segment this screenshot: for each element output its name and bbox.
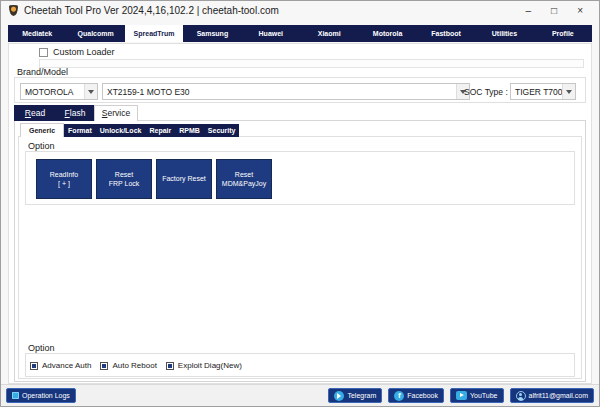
telegram-icon	[334, 391, 344, 401]
minimize-button[interactable]: –	[526, 1, 532, 20]
tab-spreadtrum[interactable]: SpreadTrum	[125, 25, 183, 42]
chevron-down-icon[interactable]	[562, 84, 575, 99]
youtube-button[interactable]: YouTube	[450, 388, 504, 403]
window-title: Cheetah Tool Pro Ver 2024,4,16,102.2 | c…	[24, 5, 279, 16]
email-label: alfrit11@gmail.com	[529, 392, 589, 399]
titlebar: Cheetah Tool Pro Ver 2024,4,16,102.2 | c…	[1, 1, 599, 20]
brand-select-value: MOTOROLA	[21, 84, 84, 99]
youtube-label: YouTube	[470, 392, 498, 399]
reset-mdm-line1: Reset	[235, 171, 253, 178]
reset-frp-lock-button[interactable]: Reset FRP Lock	[96, 159, 152, 199]
app-window: Cheetah Tool Pro Ver 2024,4,16,102.2 | c…	[0, 0, 600, 407]
factory-reset-button[interactable]: Factory Reset	[156, 159, 212, 199]
reset-frp-line2: FRP Lock	[109, 180, 140, 187]
option-group-bottom-label: Option	[26, 343, 57, 353]
brand-model-group: Brand/Model MOTOROLA XT2159-1 MOTO E30 S…	[14, 77, 586, 103]
facebook-icon: f	[394, 391, 404, 401]
tab-utilities[interactable]: Utilities	[475, 25, 533, 42]
tab-rpmb[interactable]: RPMB	[175, 124, 204, 137]
window-controls: – □ ×	[526, 1, 591, 20]
exploit-diag-label: Exploit Diag(New)	[178, 361, 242, 370]
readinfo-button-line2: [ + ]	[58, 180, 70, 187]
reset-mdm-payjoy-button[interactable]: Reset MDM&PayJoy	[216, 159, 272, 199]
tab-xiaomi[interactable]: Xiaomi	[300, 25, 358, 42]
custom-loader-checkbox[interactable]	[39, 48, 48, 57]
factory-reset-line1: Factory Reset	[162, 175, 206, 182]
custom-loader-path-input[interactable]	[39, 59, 584, 68]
service-sub-tab-bar: Generic Format Unlock/Lock Repair RPMB S…	[20, 123, 239, 137]
option-checkbox-row: Advance Auth Auto Reboot Exploit Diag(Ne…	[30, 361, 251, 370]
app-logo-icon	[9, 5, 18, 16]
tab-motorola[interactable]: Motorola	[358, 25, 416, 42]
reset-frp-line1: Reset	[115, 171, 133, 178]
readinfo-button-line1: ReadInfo	[50, 171, 78, 178]
spreadtrum-panel: Custom Loader Brand/Model MOTOROLA XT215…	[8, 43, 592, 384]
custom-loader-label: Custom Loader	[53, 47, 115, 57]
tab-security[interactable]: Security	[204, 124, 240, 137]
readinfo-button[interactable]: ReadInfo [ + ]	[36, 159, 92, 199]
advance-auth-checkbox[interactable]	[30, 362, 38, 370]
tab-samsung[interactable]: Samsung	[183, 25, 241, 42]
option-group-bottom: Option Advance Auth Auto Reboot Exploit …	[25, 353, 575, 377]
tab-qualcomm[interactable]: Qualcomm	[66, 25, 124, 42]
tab-format[interactable]: Format	[64, 124, 96, 137]
option-group-label: Option	[26, 141, 57, 151]
tab-service[interactable]: Service	[94, 105, 138, 121]
service-sub-tab-strip: Format Unlock/Lock Repair RPMB Security	[64, 124, 239, 137]
brand-select[interactable]: MOTOROLA	[20, 83, 98, 100]
maximize-button[interactable]: □	[551, 1, 557, 20]
model-select-value: XT2159-1 MOTO E30	[103, 84, 456, 99]
custom-loader-row: Custom Loader	[39, 47, 115, 57]
soc-type-label: SOC Type :	[464, 87, 508, 97]
tab-unlock-lock[interactable]: Unlock/Lock	[96, 124, 146, 137]
auto-reboot-label: Auto Reboot	[112, 361, 156, 370]
email-button[interactable]: alfrit11@gmail.com	[510, 388, 595, 403]
close-button[interactable]: ×	[577, 1, 583, 20]
youtube-icon	[456, 391, 467, 400]
reset-mdm-line2: MDM&PayJoy	[222, 180, 266, 187]
telegram-label: Telegram	[347, 392, 376, 399]
service-page: Generic Format Unlock/Lock Repair RPMB S…	[14, 120, 586, 382]
tab-generic[interactable]: Generic	[20, 123, 64, 137]
logs-icon	[12, 392, 19, 399]
mode-tab-bar: ReadFlashService	[14, 105, 138, 121]
exploit-diag-checkbox[interactable]	[166, 362, 174, 370]
advance-auth-label: Advance Auth	[42, 361, 91, 370]
auto-reboot-checkbox[interactable]	[100, 362, 108, 370]
operation-logs-button[interactable]: Operation Logs	[6, 388, 76, 403]
soc-type-select[interactable]: TIGER T700	[510, 83, 576, 100]
tab-fastboot[interactable]: Fastboot	[417, 25, 475, 42]
tab-repair[interactable]: Repair	[145, 124, 175, 137]
tab-flash[interactable]: Flash	[56, 105, 94, 121]
operation-logs-label: Operation Logs	[22, 392, 70, 399]
facebook-button[interactable]: f Facebook	[388, 388, 444, 403]
tab-read[interactable]: Read	[14, 105, 56, 121]
brand-model-group-label: Brand/Model	[15, 67, 70, 77]
generic-page: Option ReadInfo [ + ] Reset FRP Lock Fac…	[18, 136, 582, 379]
tab-profile[interactable]: Profile	[534, 25, 592, 42]
tab-mediatek[interactable]: Mediatek	[8, 25, 66, 42]
soc-type-value: TIGER T700	[511, 84, 562, 99]
social-buttons: Telegram f Facebook YouTube alfrit11@gma…	[328, 388, 594, 403]
account-icon	[516, 391, 526, 401]
status-bar: Operation Logs Telegram f Facebook YouTu…	[1, 384, 599, 406]
facebook-label: Facebook	[407, 392, 438, 399]
telegram-button[interactable]: Telegram	[328, 388, 382, 403]
chevron-down-icon[interactable]	[84, 84, 97, 99]
platform-tab-bar: Mediatek Qualcomm SpreadTrum Samsung Hua…	[8, 25, 592, 42]
tab-huawei[interactable]: Huawei	[242, 25, 300, 42]
model-select[interactable]: XT2159-1 MOTO E30	[102, 83, 470, 100]
option-group: Option ReadInfo [ + ] Reset FRP Lock Fac…	[25, 151, 575, 205]
option-buttons-row: ReadInfo [ + ] Reset FRP Lock Factory Re…	[36, 159, 272, 199]
